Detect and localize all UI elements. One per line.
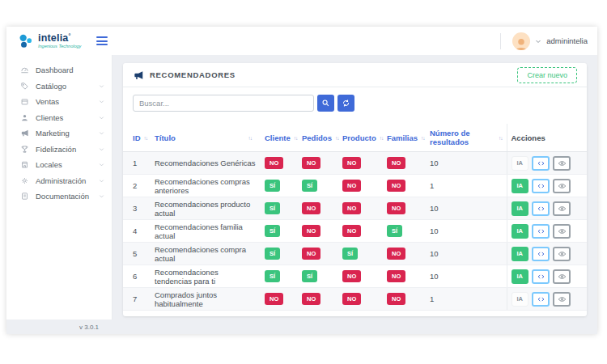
sidebar-item-fidelizacion[interactable]: Fidelización — [6, 142, 112, 158]
sidebar-item-catalogo[interactable]: Catálogo — [6, 78, 112, 95]
recommenders-table: ID↑↓ Título↑↓ Cliente↑↓ Pedidos↑↓ Produc… — [123, 124, 587, 311]
producto-badge: NO — [342, 202, 361, 214]
refresh-button[interactable] — [337, 95, 354, 112]
code-button[interactable] — [532, 269, 550, 284]
eye-icon — [558, 250, 567, 258]
create-new-button[interactable]: Crear nuevo — [517, 67, 577, 83]
sidebar-item-label: Administración — [36, 176, 86, 185]
sort-icon[interactable]: ↑↓ — [335, 135, 339, 141]
sidebar-item-label: Catálogo — [36, 82, 66, 91]
ia-button[interactable]: IA — [511, 292, 529, 307]
column-header-familias[interactable]: Familias↑↓ — [383, 124, 426, 152]
preview-button[interactable] — [553, 269, 571, 284]
cliente-badge: NO — [265, 157, 283, 169]
pedidos-badge: SÍ — [302, 180, 317, 192]
ia-button[interactable]: IA — [511, 156, 529, 171]
sort-icon[interactable]: ↑↓ — [294, 135, 298, 141]
code-icon — [537, 227, 545, 235]
producto-badge: NO — [342, 180, 361, 192]
cell-titulo: Recomendaciones Genéricas — [151, 152, 261, 175]
column-header-producto[interactable]: Producto↑↓ — [338, 124, 383, 152]
stores-icon — [20, 160, 29, 169]
sidebar-item-administracion[interactable]: Administración — [6, 173, 112, 189]
sort-icon[interactable]: ↑↓ — [499, 135, 503, 141]
familias-badge: SÍ — [387, 225, 402, 237]
sidebar-item-locales[interactable]: Locales — [6, 157, 112, 173]
refresh-icon — [342, 99, 350, 108]
ia-button[interactable]: IA — [511, 247, 529, 261]
producto-badge: SÍ — [342, 248, 358, 260]
documentation-icon — [20, 192, 29, 201]
column-header-cliente[interactable]: Cliente↑↓ — [261, 124, 298, 152]
ia-button[interactable]: IA — [511, 224, 529, 239]
code-button[interactable] — [532, 247, 550, 261]
search-button[interactable] — [317, 95, 334, 112]
ia-button[interactable]: IA — [511, 269, 529, 284]
ia-button[interactable]: IA — [511, 201, 529, 216]
sidebar-item-clientes[interactable]: Clientes — [6, 110, 112, 126]
preview-button[interactable] — [553, 201, 571, 216]
column-header-resultados[interactable]: Número de resultados↑↓ — [426, 124, 507, 152]
admin-gear-icon — [20, 176, 29, 185]
chevron-down-icon — [99, 146, 104, 152]
customers-icon — [20, 113, 29, 122]
sidebar-item-documentacion[interactable]: Documentación — [6, 188, 112, 205]
code-icon — [537, 182, 545, 190]
intelia-logo: intelia° Ingenious Technology — [18, 32, 81, 50]
cell-resultados: 10 — [426, 197, 507, 220]
code-button[interactable] — [532, 224, 550, 239]
sidebar-item-dashboard[interactable]: Dashboard — [6, 62, 112, 78]
main-content: RECOMENDADORES Crear nuevo — [112, 55, 597, 320]
cell-resultados: 10 — [426, 220, 507, 243]
code-icon — [537, 159, 545, 167]
cell-resultados: 1 — [426, 288, 507, 311]
cell-id: 7 — [123, 288, 151, 311]
search-bar — [123, 87, 587, 112]
pedidos-badge: NO — [302, 202, 320, 214]
hamburger-menu-icon[interactable] — [94, 34, 110, 48]
table-row: 3 Recomendaciones producto actual SÍ NO … — [123, 197, 587, 220]
code-button[interactable] — [532, 292, 550, 307]
preview-button[interactable] — [553, 179, 571, 193]
code-button[interactable] — [532, 179, 550, 193]
cliente-badge: SÍ — [265, 202, 280, 214]
preview-button[interactable] — [553, 292, 571, 307]
cell-titulo: Recomendaciones tendencias para ti — [151, 265, 261, 288]
cell-titulo: Recomendaciones producto actual — [151, 197, 261, 220]
cliente-badge: SÍ — [265, 180, 280, 192]
familias-badge: NO — [387, 293, 405, 305]
preview-button[interactable] — [553, 224, 571, 239]
user-menu[interactable]: adminintelia — [500, 32, 588, 50]
ia-button[interactable]: IA — [511, 179, 529, 193]
chevron-down-icon — [535, 38, 541, 44]
page-frame: intelia° Ingenious Technology adminintel… — [0, 0, 607, 364]
sort-icon[interactable]: ↑↓ — [421, 135, 425, 141]
search-input[interactable] — [133, 95, 314, 112]
username-label: adminintelia — [546, 36, 588, 45]
sidebar-item-label: Dashboard — [36, 66, 73, 74]
catalog-icon — [20, 82, 29, 91]
cell-id: 3 — [123, 197, 151, 220]
eye-icon — [558, 205, 567, 213]
sidebar-item-ventas[interactable]: Ventas — [6, 94, 112, 110]
producto-badge: NO — [342, 225, 361, 237]
avatar[interactable] — [512, 32, 530, 50]
cell-titulo: Recomendaciones familia actual — [151, 220, 261, 243]
familias-badge: NO — [387, 180, 405, 192]
preview-button[interactable] — [553, 247, 571, 261]
code-button[interactable] — [532, 156, 550, 171]
sort-icon[interactable]: ↑↓ — [380, 135, 384, 141]
sidebar-item-marketing[interactable]: Marketing — [6, 125, 112, 142]
sidebar: Dashboard Catálogo Ventas — [6, 55, 112, 320]
code-button[interactable] — [532, 201, 550, 216]
sort-icon[interactable]: ↑↓ — [248, 135, 253, 141]
cell-id: 1 — [123, 152, 151, 175]
column-header-titulo[interactable]: Título↑↓ — [151, 124, 261, 152]
eye-icon — [558, 295, 567, 303]
preview-button[interactable] — [553, 156, 571, 171]
pedidos-badge: NO — [302, 157, 320, 169]
column-header-id[interactable]: ID↑↓ — [123, 124, 151, 152]
column-header-pedidos[interactable]: Pedidos↑↓ — [298, 124, 338, 152]
pedidos-badge: NO — [302, 293, 320, 305]
sort-icon[interactable]: ↑↓ — [144, 135, 148, 141]
